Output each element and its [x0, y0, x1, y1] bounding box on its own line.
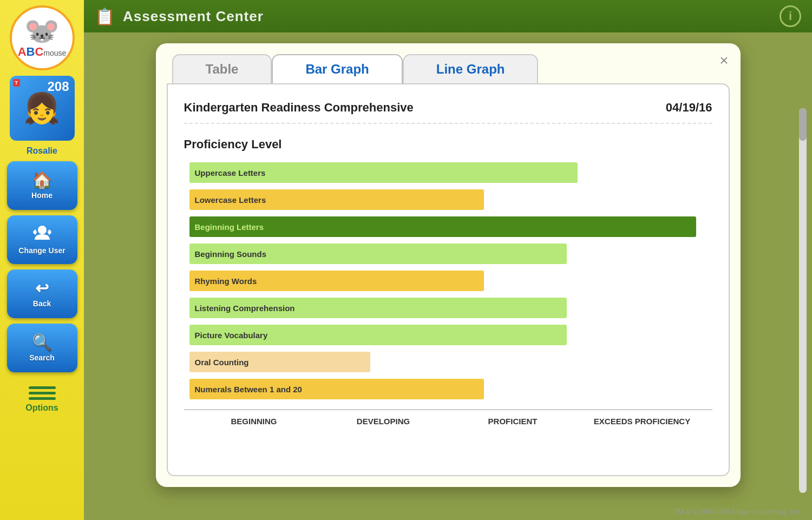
user-points: 208: [47, 79, 69, 94]
change-user-icon: [32, 225, 52, 243]
x-label-proficient: PROFICIENT: [448, 417, 578, 426]
bar-fill-4: Rhyming Words: [189, 271, 484, 291]
scrollbar-track[interactable]: [799, 108, 807, 493]
bar-row: Beginning Letters: [189, 216, 707, 237]
bar-row: Oral Counting: [189, 352, 707, 372]
app-container: 🐭 ABCmouse T 208 👧 Rosalie 🏠 Home: [0, 0, 812, 520]
abc-logo: ABCmouse: [18, 45, 67, 59]
bar-fill-8: Numerals Between 1 and 20: [189, 379, 484, 399]
home-label: Home: [31, 191, 53, 200]
tab-bar: Table Bar Graph Line Graph: [167, 54, 730, 83]
home-icon: 🏠: [32, 172, 52, 188]
bar-fill-0: Uppercase Letters: [189, 162, 578, 183]
chart-header: Kindergarten Readiness Comprehensive 04/…: [184, 101, 712, 124]
search-label: Search: [29, 353, 55, 362]
bar-row: Numerals Between 1 and 20: [189, 379, 707, 399]
logo-area: 🐭 ABCmouse: [10, 5, 75, 70]
change-user-label: Change User: [18, 246, 65, 255]
home-button[interactable]: 🏠 Home: [7, 161, 77, 210]
scrollbar-thumb[interactable]: [799, 108, 807, 141]
chart-title: Kindergarten Readiness Comprehensive: [184, 101, 414, 115]
bar-fill-2: Beginning Letters: [189, 216, 697, 237]
x-label-beginning: BEGINNING: [189, 417, 319, 426]
bar-fill-7: Oral Counting: [189, 352, 371, 372]
proficiency-label: Proficiency Level: [184, 137, 712, 152]
main-content: 📋 Assessment Center i × Table Bar Graph …: [84, 0, 812, 520]
x-label-exceeds: EXCEEDS PROFICIENCY: [578, 417, 707, 426]
hamburger-icon: [29, 386, 56, 400]
modal-dialog: × Table Bar Graph Line Graph Kindergarte…: [156, 43, 741, 487]
change-user-button[interactable]: Change User: [7, 215, 77, 264]
content-area: × Table Bar Graph Line Graph Kindergarte…: [84, 32, 812, 503]
bar-row: Picture Vocabulary: [189, 325, 707, 345]
bar-row: Beginning Sounds: [189, 243, 707, 264]
footer: TM & © 2007–2016 Age of Learning, Inc.: [84, 503, 812, 520]
svg-point-0: [38, 226, 47, 234]
page-title: Assessment Center: [123, 8, 264, 25]
back-icon: ↩: [35, 280, 49, 297]
bar-fill-5: Listening Comprehension: [189, 298, 567, 318]
search-icon: 🔍: [32, 334, 52, 351]
close-button[interactable]: ×: [719, 53, 728, 68]
copyright-text: TM & © 2007–2016 Age of Learning, Inc.: [673, 508, 801, 516]
chart-container: Kindergarten Readiness Comprehensive 04/…: [167, 83, 730, 476]
bar-row: Uppercase Letters: [189, 162, 707, 183]
bar-fill-6: Picture Vocabulary: [189, 325, 567, 345]
bar-fill-1: Lowercase Letters: [189, 189, 484, 210]
sidebar: 🐭 ABCmouse T 208 👧 Rosalie 🏠 Home: [0, 0, 84, 520]
back-label: Back: [33, 299, 51, 308]
modal-wrapper: × Table Bar Graph Line Graph Kindergarte…: [156, 43, 741, 487]
x-axis: BEGINNING DEVELOPING PROFICIENT EXCEEDS …: [184, 409, 712, 426]
user-name: Rosalie: [27, 146, 57, 156]
bar-fill-3: Beginning Sounds: [189, 243, 567, 264]
search-button[interactable]: 🔍 Search: [7, 324, 77, 372]
x-label-developing: DEVELOPING: [319, 417, 448, 426]
user-avatar-img: 👧: [23, 91, 61, 126]
bar-chart: Uppercase LettersLowercase LettersBeginn…: [184, 162, 712, 399]
options-label: Options: [25, 403, 58, 413]
info-button[interactable]: i: [780, 5, 801, 27]
clipboard-icon: 📋: [95, 7, 115, 26]
bar-row: Rhyming Words: [189, 271, 707, 291]
ticket-badge: T: [13, 79, 21, 87]
chart-date: 04/19/16: [666, 101, 712, 115]
bar-row: Listening Comprehension: [189, 298, 707, 318]
options-button[interactable]: Options: [7, 378, 77, 421]
tab-bar-graph[interactable]: Bar Graph: [272, 54, 402, 83]
back-button[interactable]: ↩ Back: [7, 269, 77, 318]
tab-line-graph[interactable]: Line Graph: [403, 54, 539, 83]
tab-table[interactable]: Table: [172, 54, 272, 83]
top-bar: 📋 Assessment Center i: [84, 0, 812, 32]
user-avatar: T 208 👧: [10, 76, 75, 141]
bar-row: Lowercase Letters: [189, 189, 707, 210]
